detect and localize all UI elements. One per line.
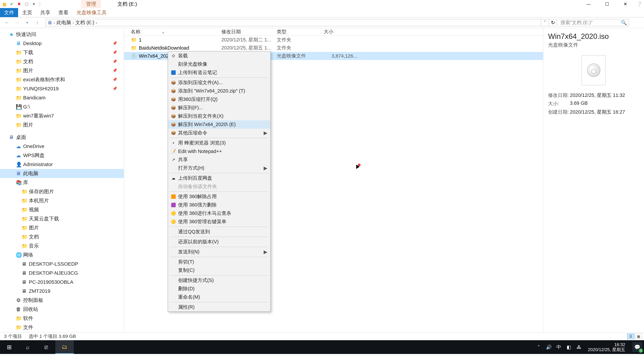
qat-close-icon[interactable]: ✖ [16,1,22,7]
tree-item[interactable]: 📁保存的图片 [0,187,124,196]
ribbon-tab-view[interactable]: 查看 [54,8,72,17]
menu-item[interactable]: ↗共享 [168,156,270,164]
view-icons-button[interactable]: ▦ [635,334,642,339]
task-view-button[interactable]: ⎚ [37,340,55,354]
col-name[interactable]: 名称▴ [124,28,221,35]
tree-item[interactable]: 📁文档📌 [0,57,124,66]
breadcrumb-sep[interactable]: › [71,20,76,25]
volume-icon[interactable]: 🔊 [545,345,552,350]
tree-item[interactable]: 🖥Desktop📌 [0,39,124,48]
minimize-button[interactable]: — [579,0,598,8]
tree-item[interactable]: 🖥此电脑 [0,169,124,178]
menu-item[interactable]: 刻录光盘映像 [168,60,270,68]
breadcrumb-this-pc[interactable]: 此电脑 [56,19,71,26]
taskbar-search-button[interactable]: ⌕ [18,340,37,354]
nav-forward-button[interactable]: → [14,20,20,25]
menu-item[interactable]: 重命名(M) [168,293,270,301]
ribbon-tab-home[interactable]: 主页 [18,8,36,17]
tree-item[interactable]: 🗑回收站 [0,305,124,314]
menu-item[interactable]: 📦解压到 Win7x64_2020\ (E) [168,120,270,129]
tree-item[interactable]: ⚙控制面板 [0,296,124,305]
menu-item[interactable]: 创建快捷方式(S) [168,276,270,285]
tree-item[interactable]: 📁本机照片 [0,196,124,205]
tree-item[interactable]: 📁excel表格制作求和📌 [0,75,124,84]
tree-item[interactable]: 📁Bandicam [0,93,124,102]
menu-item[interactable]: 📦其他压缩命令▶ [168,129,270,137]
help-icon[interactable]: ❔ [634,0,644,8]
tree-item[interactable]: 🌐网络 [0,250,124,259]
menu-item[interactable]: 属性(R) [168,303,270,311]
search-input[interactable]: 搜索"文档 (E:)" 🔍 [558,19,629,26]
qat-check-icon[interactable]: ✔ [9,1,15,7]
search-icon[interactable]: 🔍 [621,20,627,25]
contextual-tab-manage[interactable]: 管理 [81,0,101,8]
menu-item[interactable]: ⊙装载 [168,52,270,60]
breadcrumb-sep[interactable]: › [52,20,56,25]
menu-item[interactable]: 🟦上传到有道云笔记 [168,68,270,77]
nav-back-button[interactable]: ← [4,20,10,25]
tree-item[interactable]: 📁软件 [0,314,124,323]
menu-item[interactable]: 📦解压到(F)... [168,104,270,112]
ribbon-tab-file[interactable]: 文件 [0,8,18,17]
menu-item[interactable]: 打开方式(H)▶ [168,164,270,172]
nav-history-dropdown[interactable]: ▾ [24,21,30,25]
col-size[interactable]: 大小 [324,28,360,35]
view-details-button[interactable]: ☰ [627,334,634,339]
menu-item[interactable]: 📦添加到 "Win7x64_2020.zip" (T) [168,87,270,95]
menu-item[interactable]: 剪切(T) [168,258,270,266]
menu-item[interactable]: 🟪使用 360强力删除 [168,201,270,209]
breadcrumb-sep[interactable]: › [94,20,98,25]
tree-item[interactable]: 📁视频 [0,205,124,214]
tree-item[interactable]: 📚库 [0,178,124,187]
tree-item[interactable]: ☁OneDrive [0,142,124,151]
tree-item[interactable]: 🖥桌面 [0,133,124,142]
network-icon[interactable]: 🖧 [576,345,582,350]
tree-item[interactable]: 📁天翼云盘下载 [0,214,124,223]
tree-item[interactable]: 📁音乐 [0,241,124,250]
action-center-button[interactable]: 💬3 [632,342,642,352]
menu-item[interactable]: •用 蜂蜜浏览器 浏览(3) [168,139,270,147]
tree-item[interactable]: 📁图片 [0,223,124,232]
tree-item[interactable]: 🖥DESKTOP-NJEU3CG [0,269,124,278]
tree-item[interactable]: 🖥DESKTOP-LSSOEDP [0,259,124,269]
qat-props-icon[interactable]: ▢ [24,1,30,7]
file-row[interactable]: 📁BaiduNetdiskDownload2020/12/25, 星期五 1..… [124,44,543,52]
menu-item[interactable]: 删除(D) [168,285,270,293]
tray-app-icon[interactable]: ◧ [565,345,572,350]
close-button[interactable]: ✕ [616,0,634,8]
tree-item[interactable]: 📁图片📌 [0,66,124,75]
col-date[interactable]: 修改日期 [221,28,277,35]
menu-item[interactable]: 📦用360压缩打开(Q) [168,95,270,104]
tree-item[interactable]: 🖥ZMT2019 [0,287,124,296]
tree-item[interactable]: 📁文件 [0,323,124,332]
tree-item[interactable]: 📁下载📌 [0,48,124,57]
tree-item[interactable]: 💾G:\ [0,102,124,111]
qat-dropdown-icon[interactable]: ▾ [31,1,37,7]
col-type[interactable]: 类型 [277,28,324,35]
menu-item[interactable]: 📦添加到压缩文件(A)... [168,78,270,87]
tree-item[interactable]: 📁文档 [0,232,124,241]
address-history-button[interactable]: ˅ [541,19,549,26]
tree-item[interactable]: 👤Administrator [0,160,124,169]
breadcrumb-root-icon[interactable]: 🖥 [47,20,52,25]
ribbon-tab-share[interactable]: 共享 [36,8,54,17]
nav-up-button[interactable]: ↑ [34,20,40,25]
menu-item[interactable]: 🟡使用 360进行木马云查杀 [168,209,270,218]
address-bar[interactable]: 🖥 › 此电脑 › 文档 (E:) › ˅ ↻ [46,19,557,26]
tree-item[interactable]: ★快速访问 [0,30,124,39]
menu-item[interactable]: 还原以前的版本(V) [168,238,270,246]
tree-item[interactable]: ☁WPS网盘 [0,151,124,160]
ribbon-tab-disc-image-tools[interactable]: 光盘映像工具 [72,8,111,17]
file-row[interactable]: 📁12020/12/15, 星期二 1...文件夹 [124,36,543,44]
menu-item[interactable]: 发送到(N)▶ [168,248,270,256]
breadcrumb-current[interactable]: 文档 (E:) [75,19,94,26]
refresh-button[interactable]: ↻ [549,19,557,26]
tree-item[interactable]: 📁win7重装win7 [0,111,124,120]
menu-item[interactable]: ☁上传到百度网盘 [168,174,270,182]
menu-item[interactable]: 📦解压到当前文件夹(X) [168,112,270,120]
tree-item[interactable]: 📁图片 [0,120,124,129]
tree-item[interactable]: 🖥PC-20190530OBLA [0,278,124,287]
menu-item[interactable]: 🟧使用 360解除占用 [168,192,270,201]
menu-item[interactable]: 🟡使用 360管理右键菜单 [168,218,270,226]
menu-item[interactable]: 📝Edit with Notepad++ [168,147,270,156]
